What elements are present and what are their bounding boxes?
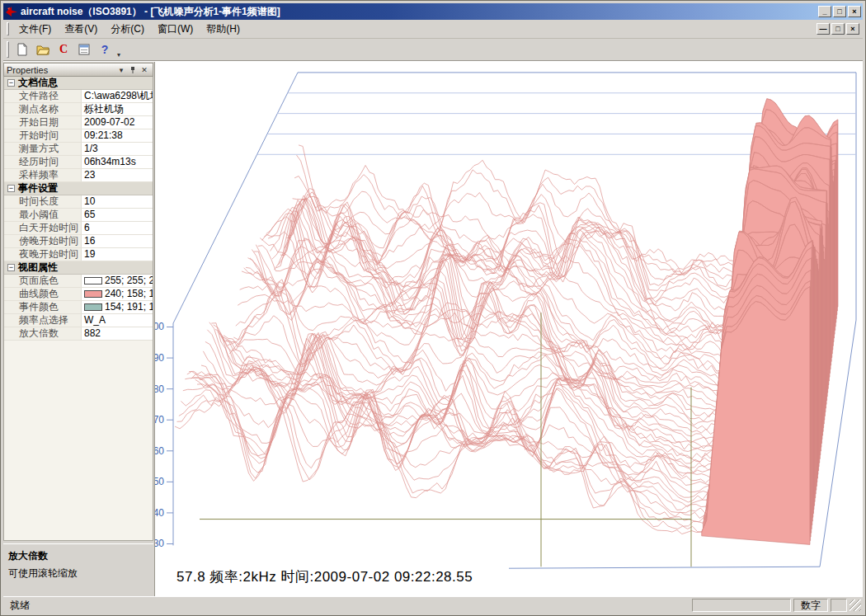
property-value: 06h34m13s — [82, 156, 153, 168]
property-label: 频率点选择 — [4, 314, 82, 327]
property-row[interactable]: 频率点选择W_A — [4, 314, 153, 327]
collapse-icon[interactable]: − — [7, 185, 15, 192]
property-value: 16 — [82, 235, 153, 247]
minimize-button[interactable]: _ — [818, 6, 831, 17]
property-row[interactable]: 放大倍数882 — [4, 327, 153, 341]
property-label: 经历时间 — [4, 156, 82, 168]
help-button[interactable]: ? — [95, 40, 115, 59]
property-value: 09:21:38 — [82, 129, 153, 142]
property-value: 2009-07-02 — [82, 116, 153, 129]
property-label: 傍晚开始时间 — [4, 235, 82, 247]
child-close-button[interactable]: × — [846, 23, 859, 35]
main-content: Properties ▾ ✕ −文档信息文件路径C:\awa6298\机场测点名… — [3, 61, 863, 596]
panel-close-button[interactable]: ✕ — [139, 64, 150, 75]
child-minimize-button[interactable]: — — [817, 23, 830, 35]
menu-item-5[interactable]: 帮助(H) — [200, 21, 247, 38]
property-row[interactable]: 经历时间06h34m13s — [4, 156, 153, 169]
property-row[interactable]: 测量方式1/3 — [4, 143, 153, 156]
property-row[interactable]: 夜晚开始时间19 — [4, 248, 153, 261]
panel-pin-button[interactable] — [127, 64, 139, 75]
property-group-header[interactable]: −视图属性 — [4, 261, 153, 275]
property-row[interactable]: 采样频率23 — [4, 169, 153, 182]
property-value: 240; 158; 15 — [82, 288, 153, 300]
property-value: 栎社机场 — [82, 103, 153, 115]
properties-panel: Properties ▾ ✕ −文档信息文件路径C:\awa6298\机场测点名… — [3, 62, 155, 596]
properties-panel-header[interactable]: Properties ▾ ✕ — [3, 63, 153, 77]
property-group-label: 视图属性 — [18, 261, 58, 274]
property-label: 曲线颜色 — [4, 288, 82, 300]
property-label: 放大倍数 — [4, 327, 82, 340]
toolbar: C ? ▾ — [3, 39, 863, 61]
property-label: 白天开始时间 — [4, 222, 82, 234]
property-group-header[interactable]: −文档信息 — [4, 77, 153, 90]
svg-text:60: 60 — [155, 445, 164, 457]
child-restore-button[interactable]: □ — [831, 23, 845, 35]
menu-item-1[interactable]: 文件(F) — [12, 21, 58, 38]
property-value: 6 — [82, 222, 153, 234]
property-label: 开始日期 — [4, 116, 82, 129]
properties-panel-title: Properties — [7, 65, 115, 75]
resize-grip[interactable] — [850, 600, 861, 611]
property-label: 采样频率 — [4, 169, 82, 181]
panel-menu-button[interactable]: ▾ — [115, 64, 127, 75]
property-value: 19 — [82, 248, 153, 261]
color-swatch — [84, 277, 102, 284]
cursor-readout: 57.8 频率:2kHz 时间:2009-07-02 09:22:28.55 — [176, 567, 473, 586]
help-icon: ? — [101, 43, 109, 56]
property-value: 23 — [82, 169, 153, 181]
svg-text:80: 80 — [155, 383, 164, 395]
property-description-title: 放大倍数 — [8, 549, 148, 563]
property-row[interactable]: 事件颜色154; 191; 18 — [4, 301, 153, 314]
property-row[interactable]: 文件路径C:\awa6298\机场 — [4, 90, 153, 103]
status-panel-blank — [692, 599, 791, 612]
menu-item-2[interactable]: 查看(V) — [58, 21, 104, 38]
property-row[interactable]: 测点名称栎社机场 — [4, 103, 153, 116]
property-label: 夜晚开始时间 — [4, 248, 82, 261]
property-row[interactable]: 页面底色255; 255; 25 — [4, 275, 153, 288]
svg-text:90: 90 — [155, 352, 164, 364]
window-title: aircraft noise（ISO3891） - [飞机噪声分析1-事件1频谱… — [21, 5, 815, 19]
property-row[interactable]: 最小阈值65 — [4, 209, 153, 222]
menu-item-4[interactable]: 窗口(W) — [151, 21, 200, 38]
property-label: 页面底色 — [4, 275, 82, 287]
c-tool-button[interactable]: C — [54, 40, 73, 59]
menu-grip[interactable] — [7, 22, 9, 36]
properties-window-button[interactable] — [74, 40, 94, 59]
app-icon — [5, 5, 18, 18]
property-label: 开始时间 — [4, 129, 82, 142]
property-group-header[interactable]: −事件设置 — [4, 182, 153, 195]
property-row[interactable]: 白天开始时间6 — [4, 222, 153, 235]
property-label: 最小阈值 — [4, 209, 82, 221]
property-value: W_A — [82, 314, 153, 327]
color-swatch — [84, 303, 102, 311]
menu-item-3[interactable]: 分析(C) — [104, 21, 151, 38]
property-label: 时间长度 — [4, 195, 82, 208]
svg-text:40: 40 — [155, 507, 164, 519]
property-value: 154; 191; 18 — [82, 301, 153, 313]
property-label: 测点名称 — [4, 103, 82, 115]
c-tool-icon: C — [59, 43, 68, 56]
status-bar: 就绪 数字 — [3, 596, 863, 613]
toolbar-grip[interactable] — [7, 41, 9, 58]
new-document-button[interactable] — [12, 40, 32, 59]
property-row[interactable]: 开始时间09:21:38 — [4, 129, 153, 143]
toolbar-overflow-button[interactable]: ▾ — [117, 51, 120, 59]
maximize-button[interactable]: □ — [833, 6, 846, 17]
collapse-icon[interactable]: − — [7, 264, 15, 271]
property-group-label: 文档信息 — [18, 77, 58, 89]
status-panel-extra — [831, 599, 847, 612]
app-window: aircraft noise（ISO3891） - [飞机噪声分析1-事件1频谱… — [0, 0, 866, 616]
waterfall-chart[interactable]: 10090807060504030 — [155, 62, 863, 596]
spectrum-chart-area[interactable]: 10090807060504030 57.8 频率:2kHz 时间:2009-0… — [155, 62, 863, 596]
collapse-icon[interactable]: − — [7, 79, 15, 87]
property-row[interactable]: 时间长度10 — [4, 195, 153, 209]
property-row[interactable]: 曲线颜色240; 158; 15 — [4, 288, 153, 301]
close-button[interactable]: × — [848, 6, 861, 17]
title-bar[interactable]: aircraft noise（ISO3891） - [飞机噪声分析1-事件1频谱… — [3, 3, 863, 20]
property-label: 事件颜色 — [4, 301, 82, 313]
color-swatch — [84, 290, 102, 298]
property-row[interactable]: 傍晚开始时间16 — [4, 235, 153, 248]
open-file-button[interactable] — [33, 40, 53, 59]
property-row[interactable]: 开始日期2009-07-02 — [4, 116, 153, 129]
svg-text:70: 70 — [155, 414, 164, 426]
